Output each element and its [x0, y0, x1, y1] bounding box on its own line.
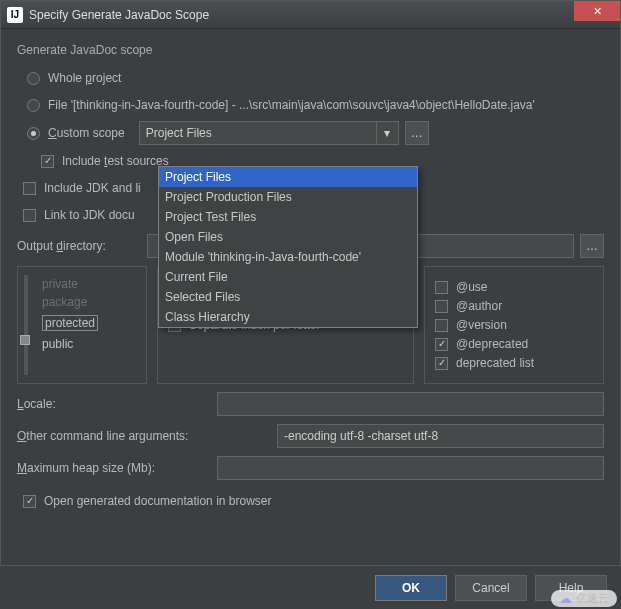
locale-field[interactable]	[217, 392, 604, 416]
check-include-test-label: Include test sources	[62, 154, 169, 168]
args-label: Other command line arguments:	[17, 429, 277, 443]
slider-track	[24, 275, 28, 375]
radio-whole-label: Whole project	[48, 71, 121, 85]
check-include-test[interactable]	[41, 155, 54, 168]
args-field[interactable]: -encoding utf-8 -charset utf-8	[277, 424, 604, 448]
check-include-jdk-label: Include JDK and li	[44, 181, 141, 195]
tags-panel: @use @author @version @deprecated deprec…	[424, 266, 604, 384]
dropdown-option[interactable]: Class Hierarchy	[159, 307, 417, 327]
output-dir-label: Output directory:	[17, 239, 147, 253]
dropdown-option[interactable]: Project Production Files	[159, 187, 417, 207]
watermark: ☁ 亿速云	[551, 590, 617, 607]
check-link-jdk[interactable]	[23, 209, 36, 222]
dropdown-option[interactable]: Open Files	[159, 227, 417, 247]
dialog-title: Specify Generate JavaDoc Scope	[29, 8, 209, 22]
radio-whole-project[interactable]	[27, 72, 40, 85]
check-use[interactable]	[435, 281, 448, 294]
ok-button[interactable]: OK	[375, 575, 447, 601]
locale-label: Locale:	[17, 397, 217, 411]
dropdown-option[interactable]: Current File	[159, 267, 417, 287]
slider-thumb[interactable]	[20, 335, 30, 345]
check-deprecated-list-label: deprecated list	[456, 356, 534, 370]
radio-file-label: File '[thinking-in-Java-fourth-code] - .…	[48, 98, 535, 112]
scope-browse-button[interactable]: …	[405, 121, 429, 145]
scope-combo-value: Project Files	[146, 126, 212, 140]
check-open-doc-label: Open generated documentation in browser	[44, 494, 271, 508]
dropdown-option[interactable]: Module 'thinking-in-Java-fourth-code'	[159, 247, 417, 267]
app-icon: IJ	[7, 7, 23, 23]
check-version-label: @version	[456, 318, 507, 332]
visibility-slider-panel[interactable]: private package protected public	[17, 266, 147, 384]
heap-label: Maximum heap size (Mb):	[17, 461, 217, 475]
vis-private: private	[42, 277, 136, 291]
radio-custom-label: Custom scope	[48, 126, 125, 140]
check-version[interactable]	[435, 319, 448, 332]
cloud-icon: ☁	[559, 591, 572, 606]
close-button[interactable]: ✕	[574, 1, 620, 21]
check-use-label: @use	[456, 280, 488, 294]
vis-public: public	[42, 337, 136, 351]
titlebar: IJ Specify Generate JavaDoc Scope ✕	[1, 1, 620, 29]
cancel-button[interactable]: Cancel	[455, 575, 527, 601]
scope-dropdown[interactable]: Project Files Project Production Files P…	[158, 166, 418, 328]
check-include-jdk[interactable]	[23, 182, 36, 195]
dialog-footer: OK Cancel Help	[0, 565, 621, 609]
check-author-label: @author	[456, 299, 502, 313]
check-deprecated-label: @deprecated	[456, 337, 528, 351]
heap-field[interactable]	[217, 456, 604, 480]
output-dir-browse-button[interactable]: …	[580, 234, 604, 258]
dropdown-option[interactable]: Project Files	[159, 167, 417, 187]
radio-custom-scope[interactable]	[27, 127, 40, 140]
vis-protected: protected	[42, 315, 98, 331]
check-link-jdk-label: Link to JDK docu	[44, 208, 135, 222]
dropdown-option[interactable]: Project Test Files	[159, 207, 417, 227]
check-deprecated[interactable]	[435, 338, 448, 351]
section-label: Generate JavaDoc scope	[17, 43, 604, 57]
scope-combo[interactable]: Project Files ▾	[139, 121, 399, 145]
check-author[interactable]	[435, 300, 448, 313]
radio-file[interactable]	[27, 99, 40, 112]
dropdown-option[interactable]: Selected Files	[159, 287, 417, 307]
chevron-down-icon[interactable]: ▾	[376, 122, 398, 144]
check-deprecated-list[interactable]	[435, 357, 448, 370]
check-open-doc[interactable]	[23, 495, 36, 508]
vis-package: package	[42, 295, 136, 309]
